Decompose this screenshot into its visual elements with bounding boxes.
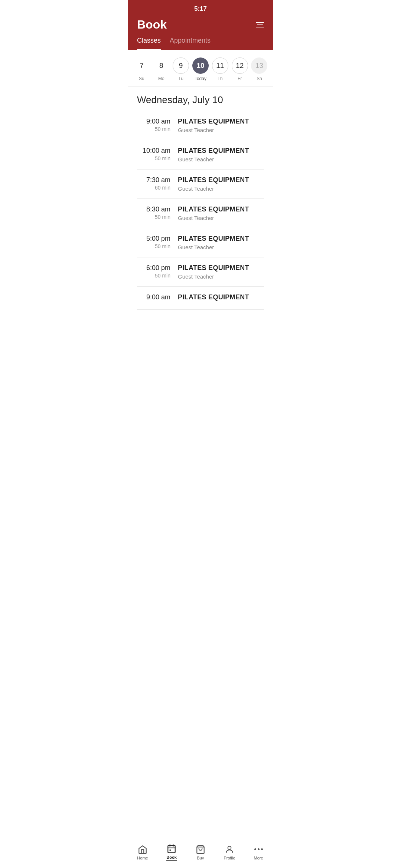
calendar-day-8[interactable]: 8 Mo bbox=[153, 57, 169, 81]
day-label: Sa bbox=[257, 76, 262, 81]
calendar-day-13[interactable]: 13 Sa bbox=[251, 57, 267, 81]
day-number: 13 bbox=[251, 57, 267, 74]
class-item[interactable]: 10:00 am 50 min PILATES EQUIPMENT Guest … bbox=[137, 140, 264, 170]
class-item[interactable]: 8:30 am 50 min PILATES EQUIPMENT Guest T… bbox=[137, 199, 264, 228]
header-row: Book bbox=[128, 15, 273, 35]
class-time: 6:00 pm 50 min bbox=[137, 264, 170, 279]
class-time: 10:00 am 50 min bbox=[137, 147, 170, 161]
class-time-main: 9:00 am bbox=[137, 293, 170, 301]
page-title: Book bbox=[137, 18, 167, 32]
date-heading: Wednesday, July 10 bbox=[128, 87, 273, 111]
filter-button[interactable] bbox=[256, 22, 264, 27]
day-number: 10 bbox=[192, 57, 209, 74]
class-duration: 50 min bbox=[137, 214, 170, 220]
status-time: 5:17 bbox=[194, 5, 207, 13]
class-time-main: 7:30 am bbox=[137, 176, 170, 184]
class-time-main: 9:00 am bbox=[137, 118, 170, 125]
day-label: Mo bbox=[158, 76, 164, 81]
class-item[interactable]: 6:00 pm 50 min PILATES EQUIPMENT Guest T… bbox=[137, 257, 264, 287]
class-duration: 50 min bbox=[137, 126, 170, 132]
class-info: PILATES EQUIPMENT bbox=[178, 293, 264, 303]
class-teacher: Guest Teacher bbox=[178, 127, 264, 133]
class-teacher: Guest Teacher bbox=[178, 215, 264, 221]
calendar-day-11[interactable]: 11 Th bbox=[212, 57, 228, 81]
class-name: PILATES EQUIPMENT bbox=[178, 235, 264, 243]
class-info: PILATES EQUIPMENT Guest Teacher bbox=[178, 206, 264, 221]
tab-classes[interactable]: Classes bbox=[137, 37, 161, 50]
class-name: PILATES EQUIPMENT bbox=[178, 293, 264, 301]
class-time: 9:00 am bbox=[137, 293, 170, 302]
class-time-main: 5:00 pm bbox=[137, 235, 170, 243]
content-area: Wednesday, July 10 9:00 am 50 min PILATE… bbox=[128, 87, 273, 343]
class-time: 7:30 am 60 min bbox=[137, 176, 170, 191]
calendar-day-10[interactable]: 10 Today bbox=[192, 57, 209, 81]
class-time: 8:30 am 50 min bbox=[137, 206, 170, 220]
tab-appointments[interactable]: Appointments bbox=[170, 37, 211, 50]
class-info: PILATES EQUIPMENT Guest Teacher bbox=[178, 118, 264, 133]
status-bar: 5:17 bbox=[128, 0, 273, 15]
class-item[interactable]: 9:00 am 50 min PILATES EQUIPMENT Guest T… bbox=[137, 111, 264, 140]
calendar-strip: 7 Su 8 Mo 9 Tu 10 Today 11 Th 12 Fr 13 S… bbox=[128, 50, 273, 87]
day-label: Today bbox=[195, 76, 206, 81]
class-item[interactable]: 5:00 pm 50 min PILATES EQUIPMENT Guest T… bbox=[137, 228, 264, 257]
class-info: PILATES EQUIPMENT Guest Teacher bbox=[178, 235, 264, 250]
class-time: 5:00 pm 50 min bbox=[137, 235, 170, 249]
day-label: Th bbox=[218, 76, 223, 81]
class-list: 9:00 am 50 min PILATES EQUIPMENT Guest T… bbox=[128, 111, 273, 310]
day-number: 9 bbox=[173, 57, 189, 74]
day-label: Fr bbox=[238, 76, 242, 81]
class-name: PILATES EQUIPMENT bbox=[178, 206, 264, 213]
day-number: 8 bbox=[153, 57, 169, 74]
class-name: PILATES EQUIPMENT bbox=[178, 264, 264, 272]
class-info: PILATES EQUIPMENT Guest Teacher bbox=[178, 176, 264, 192]
calendar-day-7[interactable]: 7 Su bbox=[133, 57, 150, 81]
class-time-main: 8:30 am bbox=[137, 206, 170, 213]
class-teacher: Guest Teacher bbox=[178, 244, 264, 250]
class-time-main: 6:00 pm bbox=[137, 264, 170, 272]
class-info: PILATES EQUIPMENT Guest Teacher bbox=[178, 264, 264, 280]
day-label: Tu bbox=[178, 76, 183, 81]
class-duration: 50 min bbox=[137, 243, 170, 249]
day-number: 11 bbox=[212, 57, 228, 74]
header: 5:17 Book Classes Appointments bbox=[128, 0, 273, 50]
day-number: 7 bbox=[133, 57, 150, 74]
calendar-day-12[interactable]: 12 Fr bbox=[232, 57, 248, 81]
class-duration: 50 min bbox=[137, 273, 170, 279]
class-name: PILATES EQUIPMENT bbox=[178, 118, 264, 125]
class-info: PILATES EQUIPMENT Guest Teacher bbox=[178, 147, 264, 162]
class-name: PILATES EQUIPMENT bbox=[178, 147, 264, 155]
class-teacher: Guest Teacher bbox=[178, 156, 264, 162]
class-duration: 60 min bbox=[137, 185, 170, 191]
class-time: 9:00 am 50 min bbox=[137, 118, 170, 132]
calendar-day-9[interactable]: 9 Tu bbox=[173, 57, 189, 81]
class-duration: 50 min bbox=[137, 155, 170, 161]
tabs-row: Classes Appointments bbox=[128, 35, 273, 50]
day-number: 12 bbox=[232, 57, 248, 74]
class-time-main: 10:00 am bbox=[137, 147, 170, 155]
class-item[interactable]: 7:30 am 60 min PILATES EQUIPMENT Guest T… bbox=[137, 170, 264, 199]
day-label: Su bbox=[139, 76, 144, 81]
class-teacher: Guest Teacher bbox=[178, 273, 264, 280]
class-name: PILATES EQUIPMENT bbox=[178, 176, 264, 184]
class-item[interactable]: 9:00 am PILATES EQUIPMENT bbox=[137, 287, 264, 310]
class-teacher: Guest Teacher bbox=[178, 185, 264, 192]
